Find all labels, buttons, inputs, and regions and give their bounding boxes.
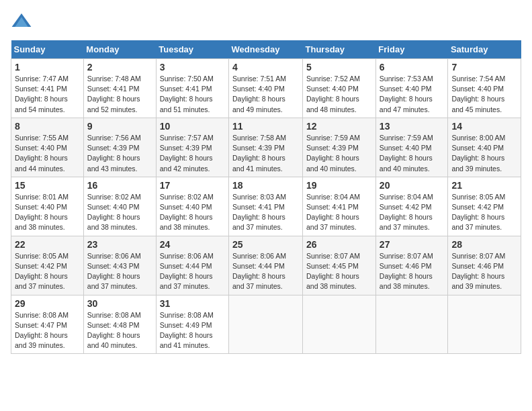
empty-cell bbox=[448, 295, 521, 354]
day-cell-19: 19 Sunrise: 8:04 AM Sunset: 4:41 PM Dayl… bbox=[303, 177, 376, 236]
calendar-week-3: 15 Sunrise: 8:01 AM Sunset: 4:40 PM Dayl… bbox=[11, 177, 521, 236]
day-number: 5 bbox=[306, 62, 372, 73]
day-number: 21 bbox=[451, 180, 517, 191]
day-info: Sunrise: 7:50 AM Sunset: 4:41 PM Dayligh… bbox=[160, 74, 225, 115]
sunrise-label: Sunrise: 8:08 AM bbox=[160, 311, 214, 319]
sunrise-label: Sunrise: 8:06 AM bbox=[87, 252, 141, 260]
day-number: 15 bbox=[15, 180, 80, 191]
day-info: Sunrise: 8:08 AM Sunset: 4:48 PM Dayligh… bbox=[87, 310, 152, 351]
sunrise-label: Sunrise: 8:08 AM bbox=[87, 311, 141, 319]
day-cell-4: 4 Sunrise: 7:51 AM Sunset: 4:40 PM Dayli… bbox=[229, 59, 303, 118]
sunset-label: Sunset: 4:40 PM bbox=[451, 85, 504, 93]
sunrise-label: Sunrise: 7:51 AM bbox=[232, 75, 286, 83]
sunrise-label: Sunrise: 8:05 AM bbox=[451, 193, 505, 201]
daylight-label: Daylight: 8 hours and 49 minutes. bbox=[232, 95, 285, 113]
day-info: Sunrise: 8:06 AM Sunset: 4:43 PM Dayligh… bbox=[87, 251, 152, 292]
weekday-header-tuesday: Tuesday bbox=[156, 40, 228, 59]
day-cell-27: 27 Sunrise: 8:07 AM Sunset: 4:46 PM Dayl… bbox=[375, 236, 448, 295]
day-number: 22 bbox=[15, 239, 80, 250]
daylight-label: Daylight: 8 hours and 37 minutes. bbox=[160, 272, 213, 290]
sunrise-label: Sunrise: 8:06 AM bbox=[160, 252, 214, 260]
sunrise-label: Sunrise: 8:07 AM bbox=[451, 252, 505, 260]
calendar-week-4: 22 Sunrise: 8:05 AM Sunset: 4:42 PM Dayl… bbox=[11, 236, 521, 295]
day-info: Sunrise: 8:02 AM Sunset: 4:40 PM Dayligh… bbox=[87, 192, 152, 233]
daylight-label: Daylight: 8 hours and 37 minutes. bbox=[306, 213, 359, 231]
sunset-label: Sunset: 4:44 PM bbox=[160, 262, 212, 270]
day-number: 2 bbox=[87, 62, 152, 73]
daylight-label: Daylight: 8 hours and 38 minutes. bbox=[15, 213, 68, 231]
daylight-label: Daylight: 8 hours and 42 minutes. bbox=[160, 154, 213, 172]
sunrise-label: Sunrise: 8:02 AM bbox=[160, 193, 214, 201]
daylight-label: Daylight: 8 hours and 37 minutes. bbox=[232, 213, 285, 231]
sunset-label: Sunset: 4:42 PM bbox=[451, 203, 504, 211]
day-info: Sunrise: 8:06 AM Sunset: 4:44 PM Dayligh… bbox=[232, 251, 299, 292]
daylight-label: Daylight: 8 hours and 40 minutes. bbox=[306, 154, 359, 172]
day-number: 14 bbox=[451, 121, 517, 132]
day-number: 8 bbox=[15, 121, 80, 132]
daylight-label: Daylight: 8 hours and 48 minutes. bbox=[306, 95, 359, 113]
day-info: Sunrise: 7:59 AM Sunset: 4:39 PM Dayligh… bbox=[306, 133, 372, 174]
day-number: 18 bbox=[232, 180, 299, 191]
day-cell-17: 17 Sunrise: 8:02 AM Sunset: 4:40 PM Dayl… bbox=[156, 177, 228, 236]
sunrise-label: Sunrise: 8:03 AM bbox=[232, 193, 286, 201]
sunrise-label: Sunrise: 7:59 AM bbox=[380, 134, 433, 142]
daylight-label: Daylight: 8 hours and 37 minutes. bbox=[451, 213, 504, 231]
sunrise-label: Sunrise: 8:05 AM bbox=[15, 252, 69, 260]
sunset-label: Sunset: 4:39 PM bbox=[160, 144, 212, 152]
day-number: 23 bbox=[87, 239, 152, 250]
sunrise-label: Sunrise: 8:00 AM bbox=[451, 134, 505, 142]
day-info: Sunrise: 8:04 AM Sunset: 4:41 PM Dayligh… bbox=[306, 192, 372, 233]
day-cell-14: 14 Sunrise: 8:00 AM Sunset: 4:40 PM Dayl… bbox=[448, 118, 521, 177]
daylight-label: Daylight: 8 hours and 52 minutes. bbox=[87, 95, 140, 113]
day-number: 17 bbox=[160, 180, 225, 191]
day-info: Sunrise: 7:53 AM Sunset: 4:40 PM Dayligh… bbox=[380, 74, 445, 115]
day-number: 6 bbox=[380, 62, 445, 73]
day-number: 24 bbox=[160, 239, 225, 250]
sunset-label: Sunset: 4:40 PM bbox=[380, 85, 432, 93]
day-cell-13: 13 Sunrise: 7:59 AM Sunset: 4:40 PM Dayl… bbox=[375, 118, 448, 177]
day-info: Sunrise: 8:06 AM Sunset: 4:44 PM Dayligh… bbox=[160, 251, 225, 292]
day-number: 1 bbox=[15, 62, 80, 73]
day-cell-22: 22 Sunrise: 8:05 AM Sunset: 4:42 PM Dayl… bbox=[11, 236, 84, 295]
day-number: 30 bbox=[87, 298, 152, 309]
day-info: Sunrise: 8:08 AM Sunset: 4:47 PM Dayligh… bbox=[15, 310, 80, 351]
day-cell-9: 9 Sunrise: 7:56 AM Sunset: 4:39 PM Dayli… bbox=[83, 118, 156, 177]
calendar-table: SundayMondayTuesdayWednesdayThursdayFrid… bbox=[11, 40, 521, 354]
sunrise-label: Sunrise: 7:56 AM bbox=[87, 134, 141, 142]
day-number: 7 bbox=[451, 62, 517, 73]
daylight-label: Daylight: 8 hours and 37 minutes. bbox=[380, 213, 433, 231]
sunset-label: Sunset: 4:42 PM bbox=[380, 203, 432, 211]
daylight-label: Daylight: 8 hours and 47 minutes. bbox=[380, 95, 433, 113]
day-number: 13 bbox=[380, 121, 445, 132]
sunset-label: Sunset: 4:40 PM bbox=[87, 203, 140, 211]
day-number: 20 bbox=[380, 180, 445, 191]
sunset-label: Sunset: 4:40 PM bbox=[306, 85, 359, 93]
day-cell-26: 26 Sunrise: 8:07 AM Sunset: 4:45 PM Dayl… bbox=[303, 236, 376, 295]
daylight-label: Daylight: 8 hours and 37 minutes. bbox=[15, 272, 68, 290]
day-cell-23: 23 Sunrise: 8:06 AM Sunset: 4:43 PM Dayl… bbox=[83, 236, 156, 295]
sunset-label: Sunset: 4:47 PM bbox=[15, 321, 67, 329]
sunrise-label: Sunrise: 7:58 AM bbox=[232, 134, 286, 142]
day-cell-1: 1 Sunrise: 7:47 AM Sunset: 4:41 PM Dayli… bbox=[11, 59, 84, 118]
day-info: Sunrise: 8:05 AM Sunset: 4:42 PM Dayligh… bbox=[15, 251, 80, 292]
sunrise-label: Sunrise: 8:02 AM bbox=[87, 193, 141, 201]
sunset-label: Sunset: 4:46 PM bbox=[380, 262, 432, 270]
sunset-label: Sunset: 4:42 PM bbox=[15, 262, 67, 270]
daylight-label: Daylight: 8 hours and 44 minutes. bbox=[15, 154, 68, 172]
calendar-week-5: 29 Sunrise: 8:08 AM Sunset: 4:47 PM Dayl… bbox=[11, 295, 521, 354]
weekday-header-sunday: Sunday bbox=[11, 40, 84, 59]
day-info: Sunrise: 8:01 AM Sunset: 4:40 PM Dayligh… bbox=[15, 192, 80, 233]
sunset-label: Sunset: 4:40 PM bbox=[451, 144, 504, 152]
daylight-label: Daylight: 8 hours and 38 minutes. bbox=[87, 213, 140, 231]
daylight-label: Daylight: 8 hours and 39 minutes. bbox=[15, 331, 68, 349]
sunrise-label: Sunrise: 8:08 AM bbox=[15, 311, 69, 319]
day-cell-7: 7 Sunrise: 7:54 AM Sunset: 4:40 PM Dayli… bbox=[448, 59, 521, 118]
daylight-label: Daylight: 8 hours and 41 minutes. bbox=[160, 331, 213, 349]
day-cell-8: 8 Sunrise: 7:55 AM Sunset: 4:40 PM Dayli… bbox=[11, 118, 84, 177]
day-cell-5: 5 Sunrise: 7:52 AM Sunset: 4:40 PM Dayli… bbox=[303, 59, 376, 118]
sunset-label: Sunset: 4:41 PM bbox=[160, 85, 212, 93]
day-number: 4 bbox=[232, 62, 299, 73]
day-number: 19 bbox=[306, 180, 372, 191]
day-number: 25 bbox=[232, 239, 299, 250]
sunrise-label: Sunrise: 8:07 AM bbox=[306, 252, 360, 260]
